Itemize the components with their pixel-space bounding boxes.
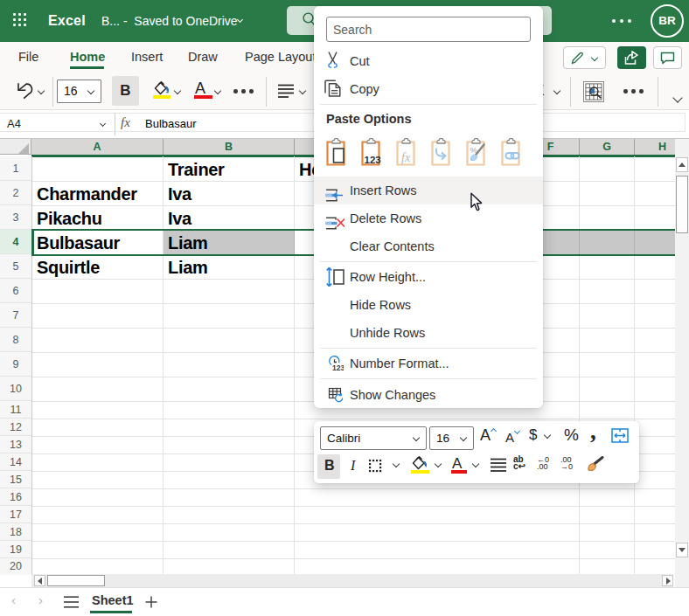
svg-text:123: 123 <box>332 363 344 372</box>
svg-text:123: 123 <box>365 155 381 165</box>
svg-text:fx: fx <box>401 151 411 164</box>
